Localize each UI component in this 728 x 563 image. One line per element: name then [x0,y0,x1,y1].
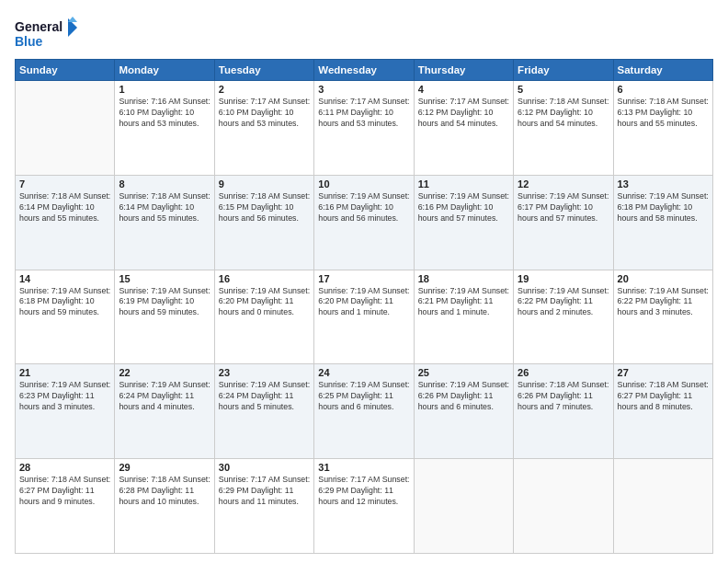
logo: General Blue [15,15,79,52]
day-info: Sunrise: 7:19 AM Sunset: 6:25 PM Dayligh… [318,380,409,413]
logo-svg: General Blue [15,15,79,52]
day-info: Sunrise: 7:19 AM Sunset: 6:22 PM Dayligh… [518,286,609,319]
day-number: 7 [19,178,110,190]
calendar-day-cell: 5Sunrise: 7:18 AM Sunset: 6:12 PM Daylig… [514,81,613,176]
weekday-header-sunday: Sunday [16,60,115,81]
day-info: Sunrise: 7:17 AM Sunset: 6:29 PM Dayligh… [219,475,310,508]
day-info: Sunrise: 7:19 AM Sunset: 6:24 PM Dayligh… [219,380,310,413]
day-info: Sunrise: 7:18 AM Sunset: 6:15 PM Dayligh… [219,191,310,224]
day-number: 16 [219,273,310,284]
weekday-header-tuesday: Tuesday [214,60,313,81]
calendar-day-cell: 20Sunrise: 7:19 AM Sunset: 6:22 PM Dayli… [613,270,712,364]
calendar-day-cell: 6Sunrise: 7:18 AM Sunset: 6:13 PM Daylig… [613,81,712,176]
day-number: 31 [318,462,409,473]
calendar-day-cell: 7Sunrise: 7:18 AM Sunset: 6:14 PM Daylig… [16,175,115,270]
calendar-day-cell: 9Sunrise: 7:18 AM Sunset: 6:15 PM Daylig… [214,175,313,270]
day-number: 11 [418,178,509,190]
calendar-week-row: 28Sunrise: 7:18 AM Sunset: 6:27 PM Dayli… [16,459,713,554]
calendar-day-cell [613,459,712,554]
calendar-day-cell: 12Sunrise: 7:19 AM Sunset: 6:17 PM Dayli… [514,175,613,270]
day-info: Sunrise: 7:19 AM Sunset: 6:16 PM Dayligh… [418,191,509,224]
svg-text:Blue: Blue [15,34,43,49]
day-info: Sunrise: 7:18 AM Sunset: 6:28 PM Dayligh… [119,475,210,508]
calendar-day-cell: 28Sunrise: 7:18 AM Sunset: 6:27 PM Dayli… [16,459,115,554]
calendar-day-cell: 22Sunrise: 7:19 AM Sunset: 6:24 PM Dayli… [115,364,214,459]
calendar-day-cell: 4Sunrise: 7:17 AM Sunset: 6:12 PM Daylig… [414,81,513,176]
calendar-day-cell [414,459,513,554]
calendar-day-cell: 25Sunrise: 7:19 AM Sunset: 6:26 PM Dayli… [414,364,513,459]
weekday-header-row: SundayMondayTuesdayWednesdayThursdayFrid… [16,60,713,81]
day-info: Sunrise: 7:19 AM Sunset: 6:17 PM Dayligh… [518,191,609,224]
calendar-day-cell: 18Sunrise: 7:19 AM Sunset: 6:21 PM Dayli… [414,270,513,364]
weekday-header-monday: Monday [115,60,214,81]
day-info: Sunrise: 7:18 AM Sunset: 6:13 PM Dayligh… [618,97,709,130]
day-number: 27 [618,367,709,378]
day-info: Sunrise: 7:18 AM Sunset: 6:14 PM Dayligh… [19,191,110,224]
day-number: 9 [219,178,310,190]
calendar-day-cell: 24Sunrise: 7:19 AM Sunset: 6:25 PM Dayli… [314,364,414,459]
calendar-day-cell: 21Sunrise: 7:19 AM Sunset: 6:23 PM Dayli… [16,364,115,459]
svg-text:General: General [15,19,63,34]
day-number: 24 [318,367,409,378]
calendar-week-row: 21Sunrise: 7:19 AM Sunset: 6:23 PM Dayli… [16,364,713,459]
calendar-day-cell: 3Sunrise: 7:17 AM Sunset: 6:11 PM Daylig… [314,81,414,176]
day-info: Sunrise: 7:18 AM Sunset: 6:27 PM Dayligh… [618,380,709,413]
calendar-day-cell: 11Sunrise: 7:19 AM Sunset: 6:16 PM Dayli… [414,175,513,270]
day-info: Sunrise: 7:19 AM Sunset: 6:18 PM Dayligh… [618,191,709,224]
day-info: Sunrise: 7:19 AM Sunset: 6:19 PM Dayligh… [119,286,210,319]
day-info: Sunrise: 7:19 AM Sunset: 6:24 PM Dayligh… [119,380,210,413]
calendar-week-row: 1Sunrise: 7:16 AM Sunset: 6:10 PM Daylig… [16,81,713,176]
day-number: 3 [318,84,409,95]
day-info: Sunrise: 7:19 AM Sunset: 6:18 PM Dayligh… [19,286,110,319]
day-number: 15 [119,273,210,284]
day-number: 2 [219,84,310,95]
calendar-table: SundayMondayTuesdayWednesdayThursdayFrid… [15,59,713,554]
day-info: Sunrise: 7:18 AM Sunset: 6:26 PM Dayligh… [518,380,609,413]
day-number: 26 [518,367,609,378]
calendar-day-cell: 30Sunrise: 7:17 AM Sunset: 6:29 PM Dayli… [214,459,313,554]
calendar-day-cell: 31Sunrise: 7:17 AM Sunset: 6:29 PM Dayli… [314,459,414,554]
day-info: Sunrise: 7:17 AM Sunset: 6:10 PM Dayligh… [219,97,310,130]
weekday-header-saturday: Saturday [613,60,712,81]
calendar-week-row: 7Sunrise: 7:18 AM Sunset: 6:14 PM Daylig… [16,175,713,270]
day-number: 12 [518,178,609,190]
calendar-day-cell: 27Sunrise: 7:18 AM Sunset: 6:27 PM Dayli… [613,364,712,459]
calendar-day-cell: 23Sunrise: 7:19 AM Sunset: 6:24 PM Dayli… [214,364,313,459]
day-number: 20 [618,273,709,284]
calendar-day-cell: 1Sunrise: 7:16 AM Sunset: 6:10 PM Daylig… [115,81,214,176]
page-header: General Blue [15,15,713,52]
calendar-day-cell: 17Sunrise: 7:19 AM Sunset: 6:20 PM Dayli… [314,270,414,364]
calendar-day-cell: 2Sunrise: 7:17 AM Sunset: 6:10 PM Daylig… [214,81,313,176]
calendar-day-cell: 16Sunrise: 7:19 AM Sunset: 6:20 PM Dayli… [214,270,313,364]
day-info: Sunrise: 7:19 AM Sunset: 6:16 PM Dayligh… [318,191,409,224]
day-number: 5 [518,84,609,95]
day-number: 25 [418,367,509,378]
day-info: Sunrise: 7:17 AM Sunset: 6:29 PM Dayligh… [318,475,409,508]
calendar-day-cell: 26Sunrise: 7:18 AM Sunset: 6:26 PM Dayli… [514,364,613,459]
day-number: 19 [518,273,609,284]
calendar-day-cell: 19Sunrise: 7:19 AM Sunset: 6:22 PM Dayli… [514,270,613,364]
calendar-day-cell: 15Sunrise: 7:19 AM Sunset: 6:19 PM Dayli… [115,270,214,364]
day-number: 1 [119,84,210,95]
day-info: Sunrise: 7:17 AM Sunset: 6:12 PM Dayligh… [418,97,509,130]
day-info: Sunrise: 7:19 AM Sunset: 6:22 PM Dayligh… [618,286,709,319]
weekday-header-thursday: Thursday [414,60,513,81]
day-number: 18 [418,273,509,284]
calendar-day-cell: 29Sunrise: 7:18 AM Sunset: 6:28 PM Dayli… [115,459,214,554]
day-info: Sunrise: 7:19 AM Sunset: 6:23 PM Dayligh… [19,380,110,413]
weekday-header-friday: Friday [514,60,613,81]
day-number: 4 [418,84,509,95]
day-number: 29 [119,462,210,473]
svg-marker-3 [68,17,77,22]
day-number: 6 [618,84,709,95]
calendar-day-cell: 10Sunrise: 7:19 AM Sunset: 6:16 PM Dayli… [314,175,414,270]
day-number: 30 [219,462,310,473]
day-info: Sunrise: 7:19 AM Sunset: 6:26 PM Dayligh… [418,380,509,413]
day-number: 22 [119,367,210,378]
day-info: Sunrise: 7:17 AM Sunset: 6:11 PM Dayligh… [318,97,409,130]
day-number: 13 [618,178,709,190]
calendar-day-cell [16,81,115,176]
day-number: 14 [19,273,110,284]
day-info: Sunrise: 7:19 AM Sunset: 6:20 PM Dayligh… [318,286,409,319]
day-number: 10 [318,178,409,190]
